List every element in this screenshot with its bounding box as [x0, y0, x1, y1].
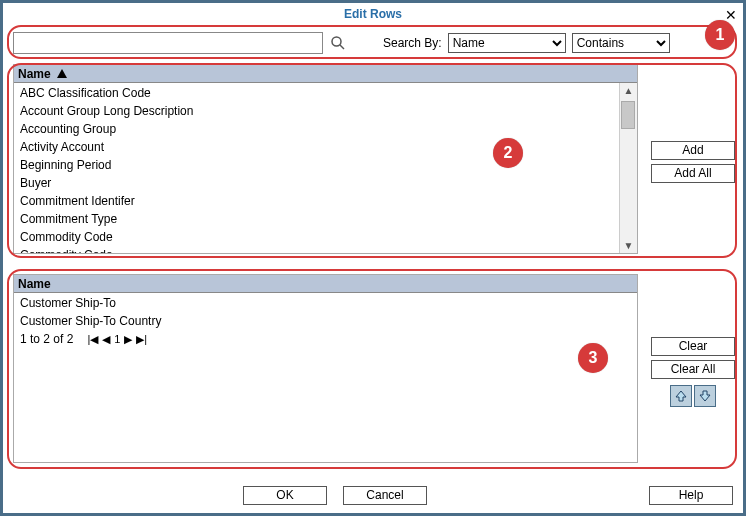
selected-header-label: Name	[18, 277, 51, 291]
list-item[interactable]: ABC Classification Code	[16, 84, 635, 102]
available-header-label: Name	[18, 67, 51, 81]
arrow-up-icon	[674, 389, 688, 403]
annotation-callout-1: 1	[705, 20, 735, 50]
available-actions: Add Add All	[651, 141, 735, 183]
cancel-button[interactable]: Cancel	[343, 486, 427, 505]
pager: 1 to 2 of 2 |◀ ◀ 1 ▶ ▶|	[16, 330, 635, 348]
prev-page-icon[interactable]: ◀	[102, 333, 110, 346]
move-up-button[interactable]	[670, 385, 692, 407]
clear-all-button[interactable]: Clear All	[651, 360, 735, 379]
dialog-title: Edit Rows	[344, 7, 402, 21]
svg-line-1	[340, 45, 344, 49]
last-page-icon[interactable]: ▶|	[136, 333, 147, 346]
help-button[interactable]: Help	[649, 486, 733, 505]
titlebar: Edit Rows ✕	[3, 3, 743, 23]
search-icon[interactable]	[329, 34, 347, 52]
selected-list-header[interactable]: Name	[14, 275, 637, 293]
reorder-buttons	[670, 385, 716, 407]
selected-actions: Clear Clear All	[651, 337, 735, 407]
search-field-select[interactable]: Name	[448, 33, 566, 53]
clear-button[interactable]: Clear	[651, 337, 735, 356]
dialog-buttons: OK Cancel Help	[3, 486, 743, 505]
sort-asc-icon	[57, 69, 67, 78]
selected-list: Name Customer Ship-To Customer Ship-To C…	[13, 274, 638, 463]
search-mode-select[interactable]: Contains	[572, 33, 670, 53]
add-button[interactable]: Add	[651, 141, 735, 160]
svg-point-0	[332, 37, 341, 46]
scroll-up-icon[interactable]: ▲	[624, 85, 634, 96]
arrow-down-icon	[698, 389, 712, 403]
list-item[interactable]: Commodity Code	[16, 246, 635, 254]
pager-text: 1 to 2 of 2	[20, 332, 73, 346]
annotation-callout-2: 2	[493, 138, 523, 168]
scrollbar[interactable]: ▲ ▼	[619, 83, 637, 253]
move-down-button[interactable]	[694, 385, 716, 407]
list-item[interactable]: Accounting Group	[16, 120, 635, 138]
available-list-header[interactable]: Name	[14, 65, 637, 83]
selected-list-body: Customer Ship-To Customer Ship-To Countr…	[14, 293, 637, 349]
list-item[interactable]: Commodity Code	[16, 228, 635, 246]
list-item[interactable]: Commitment Identifer	[16, 192, 635, 210]
ok-button[interactable]: OK	[243, 486, 327, 505]
list-item[interactable]: Customer Ship-To	[16, 294, 635, 312]
available-list-body: ABC Classification Code Account Group Lo…	[14, 83, 637, 254]
search-by-label: Search By:	[383, 36, 442, 50]
edit-rows-dialog: Edit Rows ✕ Search By: Name Contains 1 2…	[0, 0, 746, 516]
available-list: Name ABC Classification Code Account Gro…	[13, 64, 638, 254]
annotation-callout-3: 3	[578, 343, 608, 373]
list-item[interactable]: Commitment Type	[16, 210, 635, 228]
scroll-down-icon[interactable]: ▼	[624, 240, 634, 251]
list-item[interactable]: Customer Ship-To Country	[16, 312, 635, 330]
first-page-icon[interactable]: |◀	[87, 333, 98, 346]
list-item[interactable]: Account Group Long Description	[16, 102, 635, 120]
list-item[interactable]: Buyer	[16, 174, 635, 192]
list-item[interactable]: Beginning Period	[16, 156, 635, 174]
next-page-icon[interactable]: ▶	[124, 333, 132, 346]
current-page: 1	[114, 333, 120, 346]
search-row: Search By: Name Contains	[13, 29, 733, 57]
add-all-button[interactable]: Add All	[651, 164, 735, 183]
scroll-thumb[interactable]	[621, 101, 635, 129]
search-input[interactable]	[13, 32, 323, 54]
close-icon[interactable]: ✕	[725, 7, 737, 23]
list-item[interactable]: Activity Account	[16, 138, 635, 156]
